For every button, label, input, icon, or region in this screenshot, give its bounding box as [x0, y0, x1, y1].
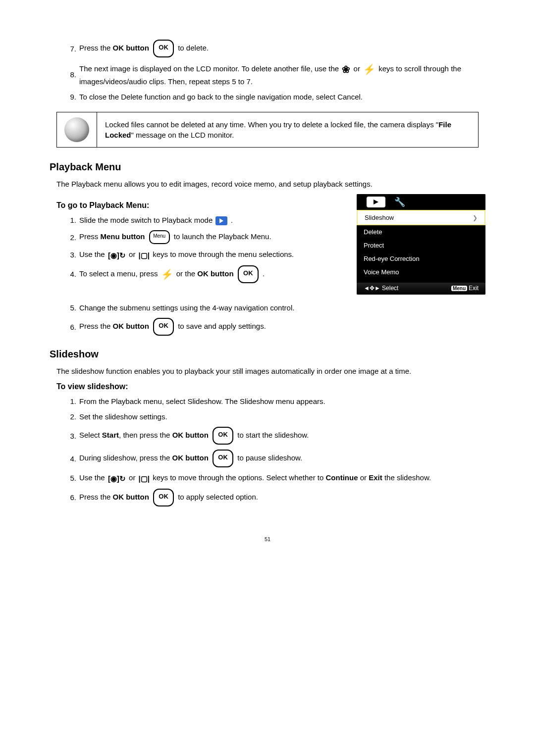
flash-icon: ⚡ [363, 62, 375, 76]
playback-steps-cont: 5. Change the submenu settings using the… [63, 302, 485, 336]
ok-button-icon: OK [213, 427, 233, 445]
list-item: 5. Use the [◉]↻ or |▢| keys to move thro… [63, 472, 485, 484]
settings-tab-icon: 🔧 [394, 197, 405, 207]
list-item: 2. Set the slideshow settings. [63, 411, 485, 422]
down-flash-icon: ⚡ [161, 267, 173, 281]
delete-continued-list: 7. Press the OK button OK to delete. 8. … [63, 40, 485, 102]
list-item: 7. Press the OK button OK to delete. [63, 40, 485, 57]
info-icon-cell [57, 112, 97, 147]
note-box: Locked files cannot be deleted at any ti… [56, 112, 479, 148]
menu-button-icon: Menu [149, 230, 170, 244]
list-item: 3. Select Start, then press the OK butto… [63, 427, 485, 445]
intro-text: The Playback menu allows you to edit ima… [56, 180, 485, 188]
item-text: The next image is displayed on the LCD m… [79, 62, 485, 87]
macro-flower-icon: ❀ [342, 62, 350, 76]
list-item: 9. To close the Delete function and go b… [63, 92, 485, 102]
list-item: 2. Press Menu button Menu to launch the … [63, 230, 342, 244]
ok-button-icon: OK [153, 318, 174, 336]
menu-row: Protect [357, 239, 485, 252]
playback-mode-icon [215, 216, 227, 225]
menu-row: Voice Memo [357, 265, 485, 279]
list-item: 6. Press the OK button OK to apply selec… [63, 489, 485, 506]
playback-menu-screenshot: 🔧 Slideshow❯ Delete Protect Red-eye Corr… [357, 194, 485, 295]
ok-button-icon: OK [153, 489, 174, 506]
display-icon: |▢| [139, 473, 150, 484]
item-text: To close the Delete function and go back… [79, 92, 485, 102]
chevron-right-icon: ❯ [473, 214, 478, 221]
ok-button-icon: OK [153, 40, 174, 57]
playback-tab-icon [367, 197, 385, 207]
heading-playback-menu: Playback Menu [50, 161, 485, 173]
intro-text: The slideshow function enables you to pl… [56, 367, 485, 375]
ok-button-icon: OK [213, 450, 233, 467]
list-item: 3. Use the [◉]↻ or |▢| keys to move thro… [63, 249, 342, 260]
list-item: 4. To select a menu, press ⚡ or the OK b… [63, 265, 342, 283]
list-item: 1. Slide the mode switch to Playback mod… [63, 215, 342, 225]
playback-steps: 1. Slide the mode switch to Playback mod… [63, 215, 342, 283]
ok-button-icon: OK [238, 265, 259, 283]
list-item: 5. Change the submenu settings using the… [63, 302, 485, 313]
info-icon [64, 117, 89, 142]
face-detect-icon: [◉]↻ [108, 473, 126, 484]
slideshow-steps: 1. From the Playback menu, select Slides… [63, 396, 485, 506]
note-text: Locked files cannot be deleted at any ti… [97, 112, 478, 147]
heading-slideshow: Slideshow [50, 349, 485, 360]
face-detect-icon: [◉]↻ [108, 250, 126, 260]
item-number: 9. [63, 92, 79, 102]
menu-row: Red-eye Correction [357, 252, 485, 265]
menu-row-selected: Slideshow❯ [357, 210, 485, 225]
subheading-view-slideshow: To view slideshow: [56, 382, 485, 391]
menu-row: Delete [357, 225, 485, 239]
display-icon: |▢| [139, 250, 150, 260]
screenshot-footer: ◄✥► Select MenuExit [357, 283, 485, 295]
list-item: 4. During slideshow, press the OK button… [63, 450, 485, 467]
item-number: 7. [63, 44, 79, 54]
list-item: 6. Press the OK button OK to save and ap… [63, 318, 485, 336]
page-number: 51 [50, 536, 485, 542]
item-number: 8. [63, 69, 79, 80]
list-item: 1. From the Playback menu, select Slides… [63, 396, 485, 406]
subheading-goto-playback: To go to Playback Menu: [56, 201, 342, 210]
list-item: 8. The next image is displayed on the LC… [63, 62, 485, 87]
